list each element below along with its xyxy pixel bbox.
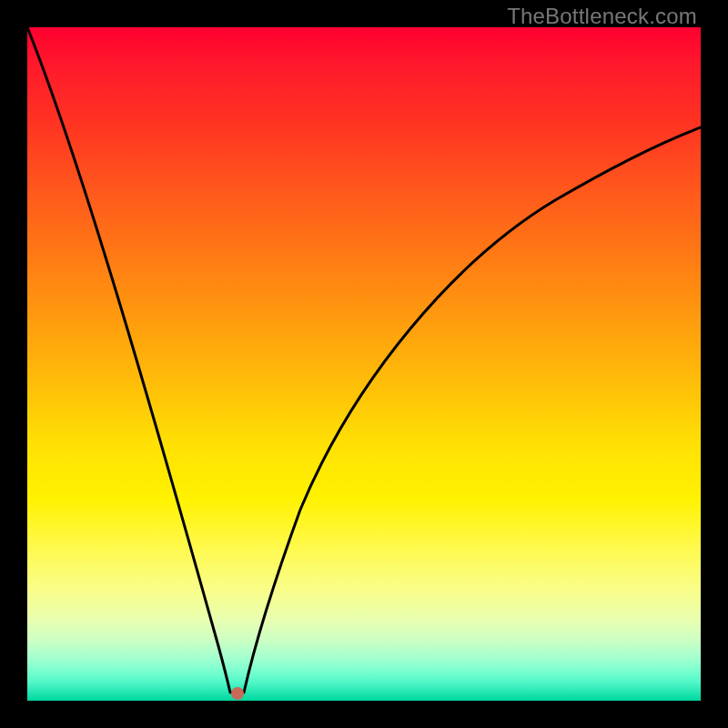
plot-area [27,27,701,701]
watermark-text: TheBottleneck.com [507,4,697,29]
chart-frame: TheBottleneck.com [0,0,728,728]
bottleneck-curve [27,27,701,701]
minimum-marker [231,687,244,700]
